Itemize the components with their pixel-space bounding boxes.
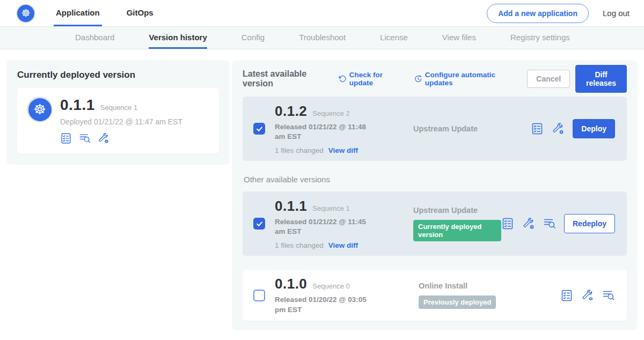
- row-actions: Redeploy: [501, 214, 615, 233]
- wrench-eye-icon[interactable]: [581, 289, 594, 302]
- app-logo: ☸: [16, 0, 35, 26]
- subnav-item-version-history[interactable]: Version history: [149, 27, 207, 49]
- currently-deployed-title: Currently deployed version: [17, 70, 219, 80]
- deployed-version-actions: [60, 132, 182, 144]
- currently-deployed-badge: Currently deployed version: [413, 220, 501, 241]
- check-for-update-link[interactable]: Check for update: [339, 71, 402, 87]
- deployed-sequence-label: Sequence 1: [100, 104, 137, 112]
- tab-application[interactable]: Application: [54, 0, 102, 26]
- diff-actions: Cancel Diff releases: [527, 65, 627, 93]
- checklist-icon[interactable]: [560, 289, 573, 302]
- released-timestamp: Released 01/20/22 @ 03:05 pm EST: [275, 295, 377, 314]
- source-label: Upstream Update: [413, 124, 531, 133]
- available-versions-panel: Latest available version Check for updat…: [232, 60, 638, 330]
- configure-automatic-updates-link[interactable]: Configure automatic updates: [414, 71, 515, 87]
- version-row-0-1-0: 0.1.0 Sequence 0 Released 01/20/22 @ 03:…: [243, 270, 627, 321]
- redeploy-button[interactable]: Redeploy: [564, 214, 615, 233]
- diff-releases-button[interactable]: Diff releases: [575, 65, 627, 93]
- versions-panel-header: Latest available version Check for updat…: [243, 70, 627, 88]
- app-sub-nav: Dashboard Version history Config Trouble…: [0, 27, 644, 49]
- kubernetes-logo-icon: ☸: [16, 4, 35, 23]
- files-changed-label: 1 files changed: [275, 241, 324, 249]
- sequence-label: Sequence 0: [312, 282, 349, 290]
- top-nav: ☸ Application GitOps Add a new applicati…: [0, 0, 644, 27]
- version-checkbox[interactable]: [253, 123, 265, 135]
- other-versions-title: Other available versions: [244, 175, 626, 184]
- deployed-version-info: 0.1.1 Sequence 1 Deployed 01/21/22 @ 11:…: [60, 97, 182, 144]
- view-diff-link[interactable]: View diff: [328, 241, 358, 249]
- version-number: 0.1.2: [275, 103, 307, 120]
- version-row-0-1-2: 0.1.2 Sequence 2 Released 01/21/22 @ 11:…: [243, 97, 627, 161]
- check-icon: [255, 125, 264, 133]
- subnav-item-dashboard[interactable]: Dashboard: [75, 27, 114, 49]
- logs-search-icon[interactable]: [79, 132, 91, 144]
- tab-gitops[interactable]: GitOps: [125, 0, 156, 26]
- currently-deployed-card: Currently deployed version ☸ 0.1.1 Seque…: [6, 60, 230, 165]
- add-new-application-button[interactable]: Add a new application: [487, 4, 589, 23]
- logout-button[interactable]: Log out: [603, 9, 630, 18]
- configure-automatic-updates-label: Configure automatic updates: [425, 71, 516, 87]
- schedule-update-icon: [414, 75, 422, 83]
- subnav-item-view-files[interactable]: View files: [442, 27, 476, 49]
- check-for-update-label: Check for update: [349, 71, 402, 87]
- version-info: 0.1.1 Sequence 1 Released 01/21/22 @ 11:…: [275, 198, 377, 249]
- checklist-icon[interactable]: [531, 122, 544, 135]
- source-label: Online Install: [419, 282, 555, 290]
- kubernetes-wheel-glyph: ☸: [17, 5, 34, 22]
- version-row-0-1-1: 0.1.1 Sequence 1 Released 01/21/22 @ 11:…: [243, 191, 627, 256]
- version-source: Upstream Update Currently deployed versi…: [413, 206, 501, 241]
- logs-search-icon[interactable]: [602, 289, 615, 302]
- subnav-item-troubleshoot[interactable]: Troubleshoot: [299, 27, 346, 49]
- version-number: 0.1.1: [275, 198, 307, 215]
- checklist-icon[interactable]: [60, 132, 72, 144]
- released-timestamp: Released 01/21/22 @ 11:48 am EST: [275, 122, 377, 142]
- wrench-gear-icon[interactable]: [552, 122, 565, 135]
- cancel-button[interactable]: Cancel: [527, 70, 570, 88]
- previously-deployed-badge: Previously deployed: [419, 295, 496, 309]
- deployed-version-number: 0.1.1: [60, 97, 95, 114]
- released-timestamp: Released 01/21/22 @ 11:45 am EST: [275, 217, 377, 236]
- deployed-version-details: ☸ 0.1.1 Sequence 1 Deployed 01/21/22 @ 1…: [17, 88, 219, 154]
- main-content: Currently deployed version ☸ 0.1.1 Seque…: [0, 49, 644, 340]
- version-checkbox[interactable]: [253, 290, 265, 301]
- row-actions: [560, 289, 615, 302]
- subnav-item-registry-settings[interactable]: Registry settings: [510, 27, 570, 49]
- version-info: 0.1.0 Sequence 0 Released 01/20/22 @ 03:…: [275, 276, 382, 314]
- kubernetes-wheel-glyph: ☸: [28, 98, 52, 121]
- kubernetes-app-icon: ☸: [27, 97, 53, 122]
- check-icon: [255, 220, 264, 228]
- deployed-timestamp: Deployed 01/21/22 @ 11:47 am EST: [60, 117, 182, 126]
- wrench-gear-icon[interactable]: [522, 217, 535, 230]
- version-info: 0.1.2 Sequence 2 Released 01/21/22 @ 11:…: [275, 103, 377, 154]
- row-actions: Deploy: [531, 119, 615, 138]
- version-source: Upstream Update: [413, 124, 531, 133]
- wrench-gear-icon[interactable]: [98, 132, 109, 144]
- refresh-icon: [339, 75, 346, 83]
- view-diff-link[interactable]: View diff: [328, 146, 358, 154]
- subnav-item-license[interactable]: License: [380, 27, 408, 49]
- latest-available-title: Latest available version: [243, 69, 330, 88]
- version-source: Online Install Previously deployed: [419, 282, 555, 309]
- checklist-icon[interactable]: [501, 217, 514, 230]
- deploy-button[interactable]: Deploy: [573, 119, 615, 138]
- version-checkbox[interactable]: [253, 218, 265, 230]
- files-changed-label: 1 files changed: [275, 146, 324, 154]
- subnav-item-config[interactable]: Config: [241, 27, 265, 49]
- source-label: Upstream Update: [413, 206, 501, 215]
- version-number: 0.1.0: [275, 276, 307, 292]
- sequence-label: Sequence 2: [312, 109, 349, 117]
- top-nav-right: Add a new application Log out: [487, 0, 630, 26]
- logs-search-icon[interactable]: [543, 217, 556, 230]
- sequence-label: Sequence 1: [312, 204, 349, 212]
